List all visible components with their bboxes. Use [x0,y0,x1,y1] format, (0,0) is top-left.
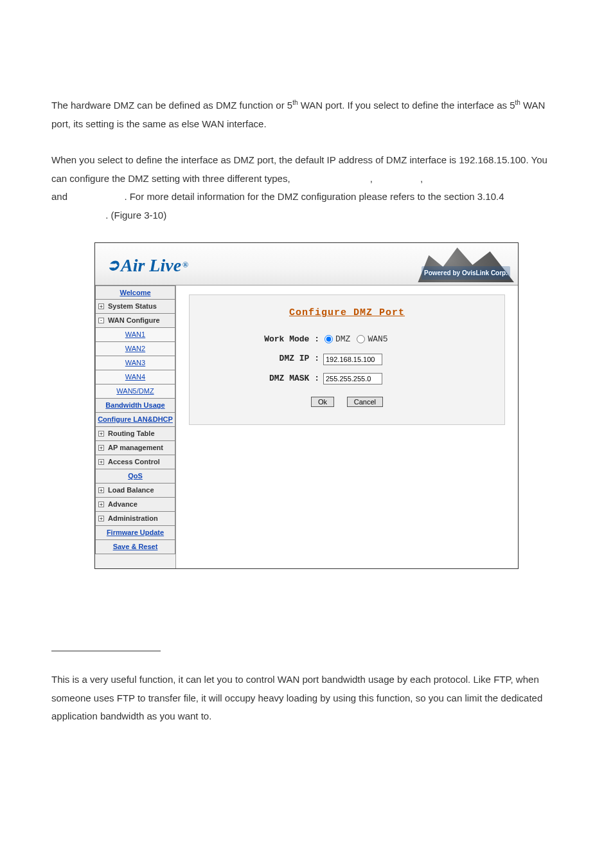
ok-button[interactable]: Ok [311,397,334,407]
sidebar-item-label: WAN5/DMZ [116,384,154,398]
sidebar-item-label: Configure LAN&DHCP [98,413,173,426]
figure-3-10: ➲ Air Live® Powered by OvisLink Corp. We… [94,242,519,569]
doc-paragraph-2: When you select to define the interface … [51,151,562,224]
sidebar-item-wan4[interactable]: WAN4 [95,370,175,384]
sidebar-item-label: Firmware Update [107,526,164,539]
sidebar-item-label: Load Balance [108,484,154,497]
powered-by-text: Powered by OvisLink Corp. [422,266,510,280]
sidebar-item-load-balance[interactable]: +Load Balance [95,484,175,498]
sidebar-item-label: WAN2 [125,342,145,356]
minus-icon[interactable]: - [98,318,104,323]
superscript: th [515,99,520,106]
sidebar-item-label: WAN4 [125,370,145,384]
work-mode-row: Work Mode : DMZ WAN5 [201,332,493,348]
sidebar-item-access-control[interactable]: +Access Control [95,455,175,469]
sidebar-item-label: QoS [128,469,143,483]
sidebar-item-label: AP management [108,441,163,455]
sidebar-item-welcome[interactable]: Welcome [95,285,175,300]
plus-icon[interactable]: + [98,431,104,437]
sidebar-item-label: WAN3 [125,356,145,370]
panel-title: Configure DMZ Port [201,304,493,323]
brand-arc-icon: ➲ [107,251,120,280]
doc-paragraph-1: The hardware DMZ can be defined as DMZ f… [51,96,562,133]
superscript: th [292,99,298,106]
text: WAN port. If you select to define the in… [298,100,515,111]
banner-graphic: Powered by OvisLink Corp. [405,244,514,282]
sidebar-item-routing-table[interactable]: +Routing Table [95,427,175,441]
text: When you select to define the interface … [51,154,547,184]
sidebar-item-wan-configure[interactable]: -WAN Configure [95,314,175,328]
work-mode-wan5-radio[interactable] [357,335,365,343]
sidebar-item-configure-lan-dhcp[interactable]: Configure LAN&DHCP [95,413,175,427]
section-underline [51,640,161,651]
sidebar-item-ap-management[interactable]: +AP management [95,441,175,455]
plus-icon[interactable]: + [98,487,104,493]
plus-icon[interactable]: + [98,445,104,451]
cancel-button[interactable]: Cancel [347,397,383,407]
text: , [420,173,423,184]
text: , [370,173,375,184]
sidebar-item-wan2[interactable]: WAN2 [95,342,175,356]
dmz-ip-label: DMZ IP : [201,351,323,367]
plus-icon[interactable]: + [98,303,104,309]
text: The hardware DMZ can be defined as DMZ f… [51,100,292,111]
text: This is a very useful function, it can l… [51,674,542,721]
sidebar-item-label: Advance [108,498,138,511]
sidebar: Welcome +System Status -WAN Configure WA… [95,285,176,568]
sidebar-item-label: Routing Table [108,427,155,440]
brand-text: Air Live [121,248,181,282]
sidebar-item-administration[interactable]: +Administration [95,512,175,526]
sidebar-item-firmware-update[interactable]: Firmware Update [95,526,175,540]
router-ui-screenshot: ➲ Air Live® Powered by OvisLink Corp. We… [94,242,519,569]
work-mode-dmz-radio[interactable] [324,335,333,343]
dmz-mask-row: DMZ MASK : [201,371,493,387]
dmz-mask-input[interactable] [323,373,382,384]
content-panel: Configure DMZ Port Work Mode : DMZ WAN5 … [176,285,518,568]
text: and [51,191,70,202]
plus-icon[interactable]: + [98,459,104,465]
sidebar-item-label: WAN1 [125,328,145,341]
button-row: Ok Cancel [201,395,493,411]
registered-mark: ® [182,258,188,273]
sidebar-item-qos[interactable]: QoS [95,469,175,484]
sidebar-item-save-reset[interactable]: Save & Reset [95,540,175,554]
sidebar-item-label: Bandwidth Usage [105,399,164,412]
dmz-ip-row: DMZ IP : [201,351,493,367]
sidebar-item-label: Welcome [120,286,150,300]
work-mode-dmz-option: DMZ [335,332,350,348]
sidebar-item-wan3[interactable]: WAN3 [95,356,175,370]
work-mode-wan5-option: WAN5 [368,332,387,348]
sidebar-item-label: WAN Configure [108,314,160,327]
brand-logo: ➲ Air Live® [107,248,188,282]
dmz-ip-input[interactable] [323,354,382,365]
dmz-mask-label: DMZ MASK : [201,371,323,387]
sidebar-item-wan5dmz[interactable]: WAN5/DMZ [95,384,175,399]
text: . (Figure 3-10) [105,210,166,221]
doc-paragraph-3: This is a very useful function, it can l… [51,671,562,726]
sidebar-item-wan1[interactable]: WAN1 [95,328,175,342]
sidebar-item-label: Save & Reset [113,540,158,554]
sidebar-item-label: Administration [108,512,158,525]
dmz-config-form: Configure DMZ Port Work Mode : DMZ WAN5 … [189,294,505,425]
sidebar-item-label: Access Control [108,455,160,469]
plus-icon[interactable]: + [98,502,104,507]
sidebar-item-advance[interactable]: +Advance [95,498,175,512]
text: . For more detail information for the DM… [124,191,504,202]
banner: ➲ Air Live® Powered by OvisLink Corp. [95,243,518,285]
plus-icon[interactable]: + [98,516,104,521]
work-mode-label: Work Mode : [201,332,323,348]
sidebar-item-bandwidth-usage[interactable]: Bandwidth Usage [95,399,175,413]
app-body: Welcome +System Status -WAN Configure WA… [95,285,518,568]
sidebar-item-label: System Status [108,300,157,313]
sidebar-item-system-status[interactable]: +System Status [95,300,175,314]
